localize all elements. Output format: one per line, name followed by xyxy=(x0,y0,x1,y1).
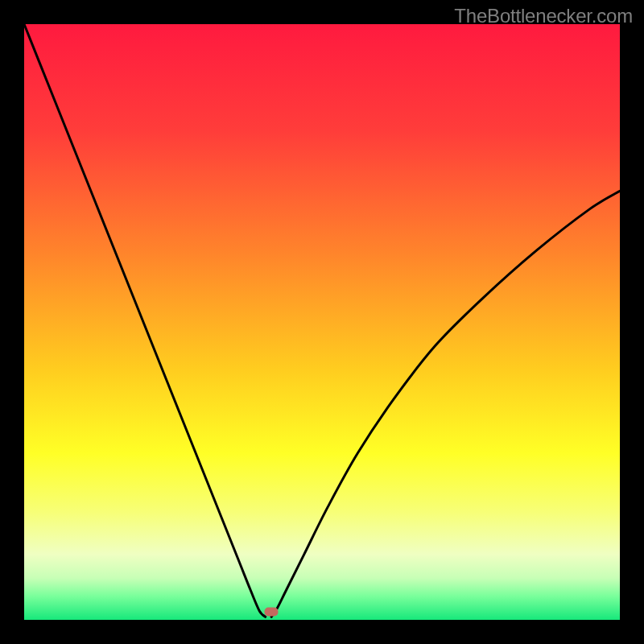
optimal-point-marker xyxy=(265,608,279,617)
gradient-background xyxy=(24,24,620,620)
plot-area xyxy=(24,24,620,620)
svg-rect-0 xyxy=(24,24,620,620)
watermark-text: TheBottlenecker.com xyxy=(454,5,633,27)
chart-frame: TheBottlenecker.com xyxy=(0,0,644,644)
